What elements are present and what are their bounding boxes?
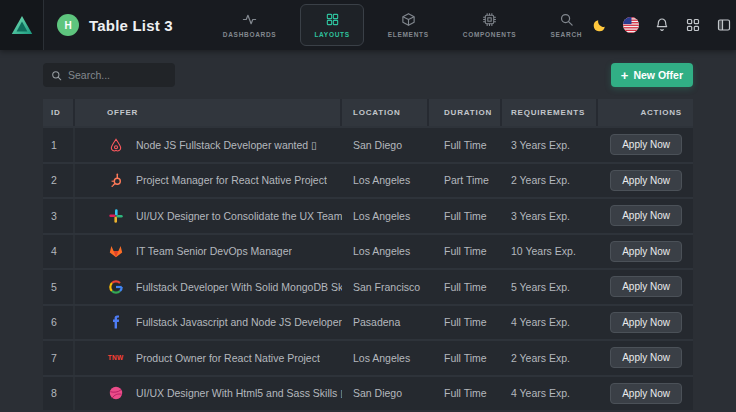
- requirements-cell: 4 Years Exp.: [502, 377, 598, 411]
- google-icon: [107, 278, 124, 295]
- nav-item-label: SEARCH: [551, 31, 583, 38]
- row-id: 1: [43, 128, 75, 162]
- apply-now-button[interactable]: Apply Now: [610, 241, 682, 262]
- nav-item-search[interactable]: SEARCH: [540, 5, 592, 45]
- navbar-right: [592, 12, 736, 38]
- location-cell: Los Angeles: [342, 199, 429, 233]
- triangle-logo-icon: [10, 13, 34, 37]
- search-icon: [51, 70, 62, 81]
- requirements-cell: 10 Years Exp.: [502, 235, 598, 269]
- row-id: 8: [43, 377, 75, 411]
- nav-item-elements[interactable]: ELEMENTS: [378, 5, 439, 45]
- table-row: 3 UI/UX Designer to Consolidate the UX T…: [43, 197, 693, 233]
- offer-text: Fullstack Javascript and Node JS Develop…: [136, 316, 342, 328]
- header-cell-offer: OFFER: [75, 99, 342, 126]
- header-cell-id: ID: [43, 99, 75, 126]
- apply-now-button[interactable]: Apply Now: [610, 205, 682, 226]
- location-cell: San Diego: [342, 377, 429, 411]
- search-input[interactable]: [68, 69, 167, 81]
- apply-now-button[interactable]: Apply Now: [610, 276, 682, 297]
- bell-icon[interactable]: [654, 17, 670, 33]
- table-header: IDOFFERLOCATIONDURATIONREQUIREMENTSACTIO…: [43, 99, 693, 126]
- requirements-cell: 3 Years Exp.: [502, 128, 598, 162]
- navbar: H Table List 3 DASHBOARDS LAYOUTS ELEMEN…: [0, 0, 736, 50]
- apply-now-button[interactable]: Apply Now: [610, 312, 682, 333]
- row-id: 4: [43, 235, 75, 269]
- app-logo[interactable]: [0, 0, 44, 50]
- nav-item-label: COMPONENTS: [463, 31, 517, 38]
- duration-cell: Full Time: [429, 270, 502, 304]
- new-offer-button[interactable]: + New Offer: [611, 63, 693, 87]
- offer-text: Node JS Fullstack Developer wanted ▯: [136, 139, 317, 151]
- apply-now-button[interactable]: Apply Now: [610, 170, 682, 191]
- project-badge: H: [57, 14, 79, 36]
- location-cell: Pasadena: [342, 306, 429, 340]
- nav-item-label: DASHBOARDS: [223, 31, 277, 38]
- row-id: 5: [43, 270, 75, 304]
- nav-item-label: LAYOUTS: [314, 31, 349, 38]
- activity-icon: [242, 12, 257, 27]
- duration-cell: Full Time: [429, 377, 502, 411]
- requirements-cell: 2 Years Exp.: [502, 341, 598, 375]
- apply-now-button[interactable]: Apply Now: [610, 383, 682, 404]
- cpu-icon: [482, 12, 497, 27]
- location-cell: Los Angeles: [342, 164, 429, 198]
- requirements-cell: 5 Years Exp.: [502, 270, 598, 304]
- dribbble-icon: [107, 385, 124, 402]
- apps-grid-icon[interactable]: [685, 17, 701, 33]
- header-cell-requirements: REQUIREMENTS: [502, 99, 598, 126]
- box-icon: [401, 12, 416, 27]
- slack-icon: [107, 207, 124, 224]
- header-cell-actions: ACTIONS: [598, 99, 692, 126]
- duration-cell: Full Time: [429, 128, 502, 162]
- table-row: 2 Project Manager for React Native Proje…: [43, 162, 693, 198]
- location-cell: San Francisco: [342, 270, 429, 304]
- airbnb-icon: [107, 136, 124, 153]
- table-row: 1 Node JS Fullstack Developer wanted ▯ S…: [43, 126, 693, 162]
- nav-item-components[interactable]: COMPONENTS: [453, 5, 527, 45]
- search-icon: [559, 12, 574, 27]
- tnw-icon: TNW: [107, 349, 124, 366]
- facebook-icon: [107, 314, 124, 331]
- offer-text: UI/UX Designer With Html5 and Sass Skill…: [136, 387, 342, 399]
- page-title: Table List 3: [89, 17, 173, 34]
- requirements-cell: 3 Years Exp.: [502, 199, 598, 233]
- duration-cell: Full Time: [429, 306, 502, 340]
- nav-item-dashboards[interactable]: DASHBOARDS: [213, 5, 287, 45]
- location-cell: San Diego: [342, 128, 429, 162]
- search-box[interactable]: [43, 63, 175, 87]
- hubspot-icon: [107, 172, 124, 189]
- location-cell: Los Angeles: [342, 235, 429, 269]
- table-body: 1 Node JS Fullstack Developer wanted ▯ S…: [43, 126, 693, 410]
- nav-item-layouts[interactable]: LAYOUTS: [300, 4, 363, 46]
- duration-cell: Full Time: [429, 235, 502, 269]
- requirements-cell: 2 Years Exp.: [502, 164, 598, 198]
- row-id: 3: [43, 199, 75, 233]
- header-cell-location: LOCATION: [342, 99, 429, 126]
- sidebar-toggle-icon[interactable]: [716, 17, 732, 33]
- apply-now-button[interactable]: Apply Now: [610, 347, 682, 368]
- duration-cell: Full Time: [429, 199, 502, 233]
- table-row: 4 IT Team Senior DevOps Manager Los Ange…: [43, 233, 693, 269]
- table-row: 6 Fullstack Javascript and Node JS Devel…: [43, 304, 693, 340]
- us-flag-icon[interactable]: [623, 17, 639, 33]
- apply-now-button[interactable]: Apply Now: [610, 134, 682, 155]
- toolbar: + New Offer: [43, 63, 693, 87]
- row-id: 2: [43, 164, 75, 198]
- header-cell-duration: DURATION: [429, 99, 502, 126]
- offer-text: Project Manager for React Native Project: [136, 174, 327, 186]
- table-row: 8 UI/UX Designer With Html5 and Sass Ski…: [43, 375, 693, 411]
- requirements-cell: 4 Years Exp.: [502, 306, 598, 340]
- layout-grid-icon: [325, 12, 340, 27]
- duration-cell: Full Time: [429, 341, 502, 375]
- row-id: 6: [43, 306, 75, 340]
- table-row: 5 Fullstack Developer With Solid MongoDB…: [43, 268, 693, 304]
- offer-text: Product Owner for React Native Project: [136, 352, 320, 364]
- nav-items: DASHBOARDS LAYOUTS ELEMENTS COMPONENTS S…: [213, 4, 593, 46]
- duration-cell: Part Time: [429, 164, 502, 198]
- moon-icon[interactable]: [592, 17, 608, 33]
- offers-table: IDOFFERLOCATIONDURATIONREQUIREMENTSACTIO…: [43, 99, 693, 410]
- gitlab-icon: [107, 243, 124, 260]
- plus-icon: +: [621, 69, 629, 82]
- table-row: 7 TNW Product Owner for React Native Pro…: [43, 339, 693, 375]
